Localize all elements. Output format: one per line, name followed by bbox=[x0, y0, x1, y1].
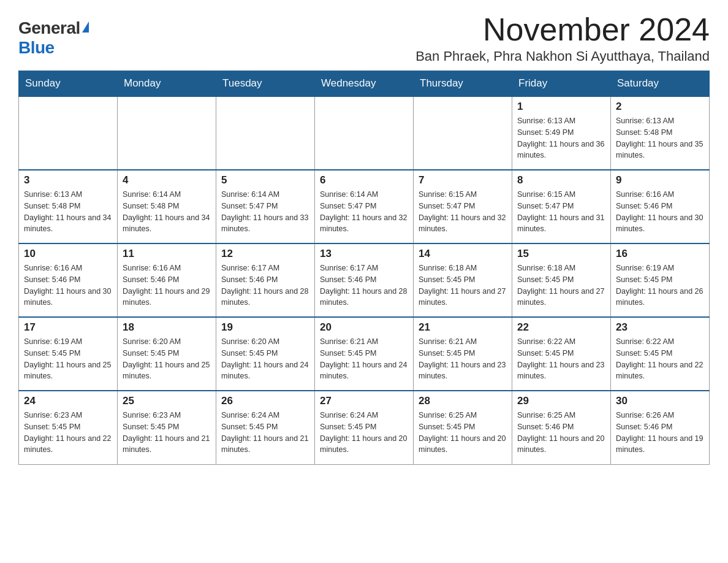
calendar-cell: 6Sunrise: 6:14 AM Sunset: 5:47 PM Daylig… bbox=[315, 170, 414, 243]
day-info: Sunrise: 6:22 AM Sunset: 5:45 PM Dayligh… bbox=[616, 336, 704, 382]
day-number: 23 bbox=[616, 321, 704, 334]
weekday-header-saturday: Saturday bbox=[611, 71, 710, 97]
header: General Blue November 2024 Ban Phraek, P… bbox=[18, 12, 710, 64]
day-number: 25 bbox=[123, 395, 211, 407]
day-info: Sunrise: 6:15 AM Sunset: 5:47 PM Dayligh… bbox=[517, 189, 605, 235]
logo: General Blue bbox=[18, 18, 89, 58]
day-info: Sunrise: 6:16 AM Sunset: 5:46 PM Dayligh… bbox=[123, 262, 211, 308]
weekday-header-sunday: Sunday bbox=[19, 71, 118, 97]
day-number: 3 bbox=[24, 174, 112, 186]
day-number: 24 bbox=[24, 395, 112, 407]
calendar-cell: 7Sunrise: 6:15 AM Sunset: 5:47 PM Daylig… bbox=[414, 170, 512, 243]
day-number: 29 bbox=[517, 395, 605, 407]
day-info: Sunrise: 6:16 AM Sunset: 5:46 PM Dayligh… bbox=[24, 262, 112, 308]
day-info: Sunrise: 6:14 AM Sunset: 5:48 PM Dayligh… bbox=[123, 189, 211, 235]
calendar-cell bbox=[118, 96, 216, 170]
day-number: 17 bbox=[24, 321, 112, 334]
calendar-cell bbox=[19, 96, 118, 170]
day-info: Sunrise: 6:26 AM Sunset: 5:46 PM Dayligh… bbox=[616, 410, 704, 456]
day-info: Sunrise: 6:25 AM Sunset: 5:45 PM Dayligh… bbox=[419, 410, 507, 456]
weekday-header-row: SundayMondayTuesdayWednesdayThursdayFrid… bbox=[19, 71, 710, 97]
week-row-5: 24Sunrise: 6:23 AM Sunset: 5:45 PM Dayli… bbox=[19, 391, 710, 464]
calendar-cell: 23Sunrise: 6:22 AM Sunset: 5:45 PM Dayli… bbox=[611, 317, 710, 391]
day-info: Sunrise: 6:13 AM Sunset: 5:48 PM Dayligh… bbox=[24, 189, 112, 235]
calendar-cell: 14Sunrise: 6:18 AM Sunset: 5:45 PM Dayli… bbox=[414, 243, 512, 317]
day-number: 26 bbox=[221, 395, 309, 407]
calendar-cell: 20Sunrise: 6:21 AM Sunset: 5:45 PM Dayli… bbox=[315, 317, 414, 391]
day-info: Sunrise: 6:22 AM Sunset: 5:45 PM Dayligh… bbox=[517, 336, 605, 382]
calendar-cell: 4Sunrise: 6:14 AM Sunset: 5:48 PM Daylig… bbox=[118, 170, 216, 243]
day-info: Sunrise: 6:25 AM Sunset: 5:46 PM Dayligh… bbox=[517, 410, 605, 456]
day-info: Sunrise: 6:17 AM Sunset: 5:46 PM Dayligh… bbox=[320, 262, 408, 308]
day-number: 12 bbox=[221, 248, 309, 260]
logo-general-text: General bbox=[18, 18, 80, 38]
calendar-cell: 24Sunrise: 6:23 AM Sunset: 5:45 PM Dayli… bbox=[19, 391, 118, 464]
calendar-cell: 9Sunrise: 6:16 AM Sunset: 5:46 PM Daylig… bbox=[611, 170, 710, 243]
calendar-cell: 10Sunrise: 6:16 AM Sunset: 5:46 PM Dayli… bbox=[19, 243, 118, 317]
calendar-cell: 13Sunrise: 6:17 AM Sunset: 5:46 PM Dayli… bbox=[315, 243, 414, 317]
day-info: Sunrise: 6:13 AM Sunset: 5:48 PM Dayligh… bbox=[616, 115, 704, 161]
calendar-cell: 1Sunrise: 6:13 AM Sunset: 5:49 PM Daylig… bbox=[512, 96, 611, 170]
day-info: Sunrise: 6:20 AM Sunset: 5:45 PM Dayligh… bbox=[221, 336, 309, 382]
calendar-cell: 25Sunrise: 6:23 AM Sunset: 5:45 PM Dayli… bbox=[118, 391, 216, 464]
calendar-cell: 8Sunrise: 6:15 AM Sunset: 5:47 PM Daylig… bbox=[512, 170, 611, 243]
day-info: Sunrise: 6:13 AM Sunset: 5:49 PM Dayligh… bbox=[517, 115, 605, 161]
week-row-4: 17Sunrise: 6:19 AM Sunset: 5:45 PM Dayli… bbox=[19, 317, 710, 391]
week-row-2: 3Sunrise: 6:13 AM Sunset: 5:48 PM Daylig… bbox=[19, 170, 710, 243]
calendar-cell: 28Sunrise: 6:25 AM Sunset: 5:45 PM Dayli… bbox=[414, 391, 512, 464]
day-number: 8 bbox=[517, 174, 605, 186]
day-number: 27 bbox=[320, 395, 408, 407]
calendar-cell: 26Sunrise: 6:24 AM Sunset: 5:45 PM Dayli… bbox=[216, 391, 315, 464]
calendar-cell bbox=[315, 96, 414, 170]
day-number: 13 bbox=[320, 248, 408, 260]
calendar-cell: 18Sunrise: 6:20 AM Sunset: 5:45 PM Dayli… bbox=[118, 317, 216, 391]
calendar-cell: 5Sunrise: 6:14 AM Sunset: 5:47 PM Daylig… bbox=[216, 170, 315, 243]
day-number: 19 bbox=[221, 321, 309, 334]
day-number: 22 bbox=[517, 321, 605, 334]
week-row-3: 10Sunrise: 6:16 AM Sunset: 5:46 PM Dayli… bbox=[19, 243, 710, 317]
location-title: Ban Phraek, Phra Nakhon Si Ayutthaya, Th… bbox=[415, 48, 710, 64]
day-info: Sunrise: 6:16 AM Sunset: 5:46 PM Dayligh… bbox=[616, 189, 704, 235]
day-number: 2 bbox=[616, 101, 704, 113]
day-number: 16 bbox=[616, 248, 704, 260]
logo-blue-text: Blue bbox=[18, 38, 55, 58]
day-info: Sunrise: 6:14 AM Sunset: 5:47 PM Dayligh… bbox=[221, 189, 309, 235]
day-info: Sunrise: 6:23 AM Sunset: 5:45 PM Dayligh… bbox=[24, 410, 112, 456]
calendar-cell: 12Sunrise: 6:17 AM Sunset: 5:46 PM Dayli… bbox=[216, 243, 315, 317]
day-info: Sunrise: 6:17 AM Sunset: 5:46 PM Dayligh… bbox=[221, 262, 309, 308]
weekday-header-friday: Friday bbox=[512, 71, 611, 97]
day-number: 10 bbox=[24, 248, 112, 260]
weekday-header-tuesday: Tuesday bbox=[216, 71, 315, 97]
calendar-cell: 30Sunrise: 6:26 AM Sunset: 5:46 PM Dayli… bbox=[611, 391, 710, 464]
calendar-cell: 19Sunrise: 6:20 AM Sunset: 5:45 PM Dayli… bbox=[216, 317, 315, 391]
weekday-header-monday: Monday bbox=[118, 71, 216, 97]
calendar-cell: 15Sunrise: 6:18 AM Sunset: 5:45 PM Dayli… bbox=[512, 243, 611, 317]
day-info: Sunrise: 6:21 AM Sunset: 5:45 PM Dayligh… bbox=[320, 336, 408, 382]
day-number: 5 bbox=[221, 174, 309, 186]
calendar-cell: 2Sunrise: 6:13 AM Sunset: 5:48 PM Daylig… bbox=[611, 96, 710, 170]
weekday-header-thursday: Thursday bbox=[414, 71, 512, 97]
day-info: Sunrise: 6:19 AM Sunset: 5:45 PM Dayligh… bbox=[616, 262, 704, 308]
day-number: 15 bbox=[517, 248, 605, 260]
calendar-cell: 11Sunrise: 6:16 AM Sunset: 5:46 PM Dayli… bbox=[118, 243, 216, 317]
day-info: Sunrise: 6:18 AM Sunset: 5:45 PM Dayligh… bbox=[419, 262, 507, 308]
calendar-cell: 17Sunrise: 6:19 AM Sunset: 5:45 PM Dayli… bbox=[19, 317, 118, 391]
calendar-cell: 29Sunrise: 6:25 AM Sunset: 5:46 PM Dayli… bbox=[512, 391, 611, 464]
calendar-cell bbox=[216, 96, 315, 170]
day-number: 11 bbox=[123, 248, 211, 260]
logo-triangle-icon bbox=[82, 21, 89, 33]
day-info: Sunrise: 6:24 AM Sunset: 5:45 PM Dayligh… bbox=[221, 410, 309, 456]
calendar-cell bbox=[414, 96, 512, 170]
calendar-cell: 16Sunrise: 6:19 AM Sunset: 5:45 PM Dayli… bbox=[611, 243, 710, 317]
day-number: 7 bbox=[419, 174, 507, 186]
month-title: November 2024 bbox=[415, 12, 710, 47]
day-number: 21 bbox=[419, 321, 507, 334]
day-info: Sunrise: 6:24 AM Sunset: 5:45 PM Dayligh… bbox=[320, 410, 408, 456]
calendar-cell: 27Sunrise: 6:24 AM Sunset: 5:45 PM Dayli… bbox=[315, 391, 414, 464]
day-info: Sunrise: 6:23 AM Sunset: 5:45 PM Dayligh… bbox=[123, 410, 211, 456]
day-info: Sunrise: 6:14 AM Sunset: 5:47 PM Dayligh… bbox=[320, 189, 408, 235]
day-number: 20 bbox=[320, 321, 408, 334]
day-number: 9 bbox=[616, 174, 704, 186]
day-info: Sunrise: 6:19 AM Sunset: 5:45 PM Dayligh… bbox=[24, 336, 112, 382]
day-number: 4 bbox=[123, 174, 211, 186]
